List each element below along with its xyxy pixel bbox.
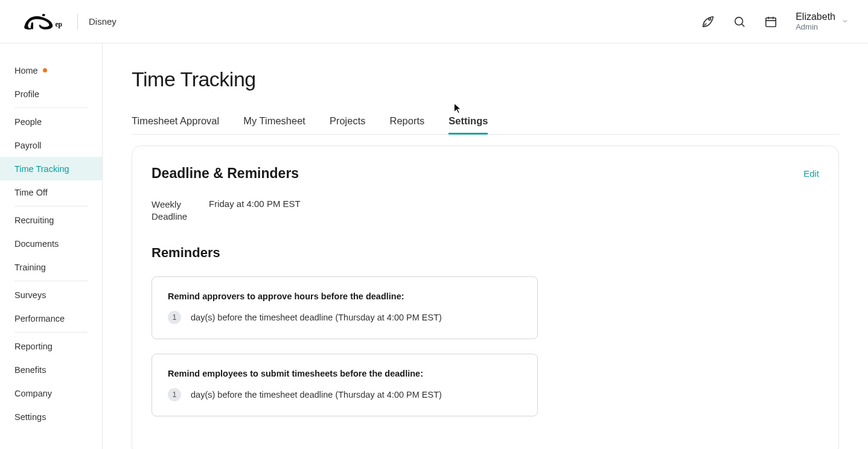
notification-dot-icon — [43, 68, 47, 72]
user-name: Elizabeth — [796, 11, 835, 22]
calendar-icon[interactable] — [764, 15, 777, 28]
reminder-text: day(s) before the timesheet deadline (Th… — [191, 313, 442, 322]
reminder-line: 1day(s) before the timesheet deadline (T… — [168, 388, 522, 401]
disney-logo-icon: ep — [19, 12, 66, 31]
sidebar-item-label: Reporting — [14, 342, 53, 351]
settings-card: Deadline & Reminders Edit Weekly Deadlin… — [132, 145, 839, 449]
reminder-box: Remind approvers to approve hours before… — [152, 276, 538, 339]
page-title: Time Tracking — [132, 68, 839, 91]
reminders-title: Reminders — [152, 245, 819, 261]
card-title: Deadline & Reminders — [152, 165, 299, 182]
sidebar-item-profile[interactable]: Profile — [0, 82, 102, 106]
sidebar-item-time-off[interactable]: Time Off — [0, 180, 102, 204]
tab-projects[interactable]: Projects — [330, 109, 366, 135]
reminder-heading: Remind approvers to approve hours before… — [168, 291, 522, 301]
sidebar-item-label: Payroll — [14, 141, 41, 150]
sidebar-item-performance[interactable]: Performance — [0, 307, 102, 330]
sidebar-item-documents[interactable]: Documents — [0, 232, 102, 255]
edit-button[interactable]: Edit — [803, 168, 819, 179]
sidebar-item-label: Time Off — [14, 188, 48, 197]
svg-rect-4 — [766, 18, 776, 27]
sidebar-item-benefits[interactable]: Benefits — [0, 358, 102, 381]
sidebar-item-label: Performance — [14, 314, 65, 323]
sidebar-item-label: Benefits — [14, 365, 46, 375]
reminder-line: 1day(s) before the timesheet deadline (T… — [168, 311, 522, 324]
header-right: Elizabeth Admin — [701, 11, 849, 31]
reminder-box: Remind employees to submit timesheets be… — [152, 354, 538, 416]
sidebar-item-label: Company — [14, 389, 52, 398]
sidebar-item-time-tracking[interactable]: Time Tracking — [0, 157, 102, 180]
sidebar: HomeProfilePeoplePayrollTime TrackingTim… — [0, 43, 103, 449]
sidebar-item-label: Home — [14, 66, 38, 75]
sidebar-item-label: Training — [14, 263, 46, 272]
sidebar-item-label: Recruiting — [14, 215, 54, 225]
reminder-heading: Remind employees to submit timesheets be… — [168, 369, 522, 378]
sidebar-item-people[interactable]: People — [0, 110, 102, 133]
search-icon[interactable] — [733, 15, 746, 28]
sidebar-item-settings[interactable]: Settings — [0, 405, 102, 428]
main-content: Time Tracking Timesheet ApprovalMy Times… — [103, 43, 868, 449]
app-header: ep Disney Elizabeth Admin — [0, 0, 868, 43]
sidebar-item-label: Surveys — [14, 290, 46, 300]
deadline-value: Friday at 4:00 PM EST — [209, 199, 301, 223]
tab-settings[interactable]: Settings — [448, 109, 488, 135]
svg-point-2 — [735, 17, 743, 25]
user-menu[interactable]: Elizabeth Admin — [796, 11, 849, 31]
deadline-row: Weekly Deadline Friday at 4:00 PM EST — [152, 199, 819, 223]
deadline-label: Weekly Deadline — [152, 199, 209, 223]
svg-text:ep: ep — [55, 21, 62, 28]
disney-logo[interactable]: ep — [19, 12, 66, 31]
sidebar-item-label: People — [14, 117, 42, 127]
sidebar-divider — [14, 281, 88, 281]
tab-reports[interactable]: Reports — [390, 109, 425, 135]
tabs: Timesheet ApprovalMy TimesheetProjectsRe… — [132, 109, 839, 135]
reminder-count-badge: 1 — [168, 311, 181, 324]
card-header: Deadline & Reminders Edit — [152, 165, 819, 182]
svg-line-3 — [742, 24, 744, 27]
sidebar-item-payroll[interactable]: Payroll — [0, 133, 102, 157]
sidebar-divider — [14, 206, 88, 206]
user-role: Admin — [796, 22, 835, 31]
reminder-count-badge: 1 — [168, 388, 181, 401]
tab-my-timesheet[interactable]: My Timesheet — [243, 109, 305, 135]
sidebar-item-surveys[interactable]: Surveys — [0, 283, 102, 307]
company-name: Disney — [89, 16, 116, 27]
sidebar-item-label: Documents — [14, 239, 59, 249]
rocket-icon[interactable] — [701, 15, 715, 28]
sidebar-item-training[interactable]: Training — [0, 255, 102, 279]
sidebar-item-reporting[interactable]: Reporting — [0, 334, 102, 358]
sidebar-divider — [14, 332, 88, 333]
sidebar-item-recruiting[interactable]: Recruiting — [0, 208, 102, 232]
sidebar-divider — [14, 107, 88, 108]
chevron-down-icon — [841, 17, 849, 27]
reminder-text: day(s) before the timesheet deadline (Th… — [191, 390, 442, 400]
sidebar-item-home[interactable]: Home — [0, 59, 102, 82]
sidebar-item-label: Profile — [14, 89, 39, 99]
sidebar-item-label: Time Tracking — [14, 164, 69, 174]
sidebar-item-label: Settings — [14, 412, 46, 422]
sidebar-item-company[interactable]: Company — [0, 381, 102, 405]
header-divider — [77, 14, 78, 30]
tab-timesheet-approval[interactable]: Timesheet Approval — [132, 109, 219, 135]
header-left: ep Disney — [19, 12, 116, 31]
